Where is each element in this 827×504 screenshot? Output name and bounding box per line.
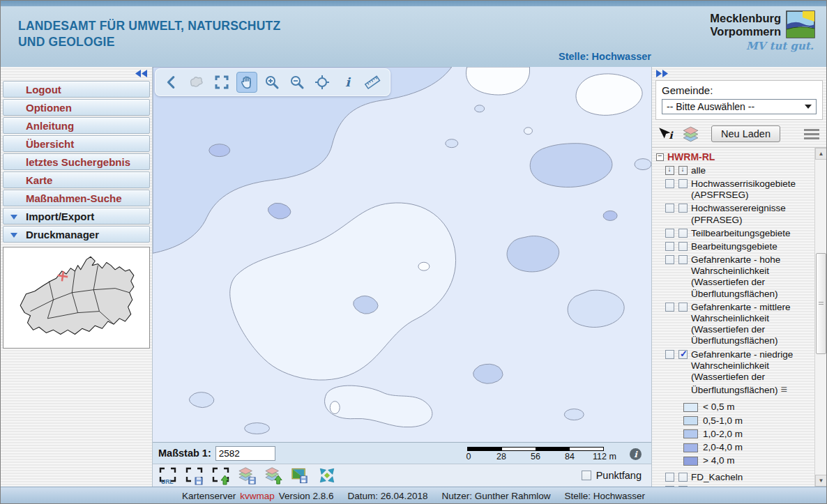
sidebar-item-logout[interactable]: Logout — [3, 81, 150, 98]
page-title: LANDESAMT FÜR UMWELT, NATURSCHUTZ UND GE… — [18, 18, 559, 50]
save-image-icon[interactable] — [291, 466, 310, 485]
layer-query-checkbox[interactable] — [665, 303, 674, 312]
mv-logo-text: Mecklenburg Vorpommern — [710, 10, 781, 38]
load-layers-icon[interactable] — [264, 466, 283, 485]
layer-label[interactable]: Hochwasserereignisse (PFRASEG) — [691, 203, 813, 225]
layer-visible-checkbox[interactable] — [678, 255, 688, 264]
layer-menu-icon[interactable]: ≡ — [781, 383, 787, 395]
footer-date: Datum: 26.04.2018 — [348, 491, 428, 501]
footer-app-name: kvwmap — [240, 491, 275, 501]
svg-text:i: i — [669, 130, 674, 141]
sidebar-item-label: Logout — [26, 84, 61, 96]
layer-label[interactable]: Potentielle Überflutungsräume - Ereignis… — [691, 485, 813, 487]
sidebar-item-letztes-suchergebnis[interactable]: letztes Suchergebnis — [3, 153, 150, 170]
legend-row: > 4,0 m — [683, 455, 813, 466]
punktfang-control: Punktfang — [582, 470, 642, 481]
layer-visible-checkbox[interactable] — [678, 179, 688, 188]
layer-query-checkbox[interactable] — [665, 229, 674, 238]
sidebar-item-massnahmen-suche[interactable]: Maßnahmen-Suche — [3, 190, 150, 206]
load-extent-icon[interactable] — [211, 466, 230, 485]
legend-row: 2,0-4,0 m — [683, 442, 813, 453]
save-extent-icon[interactable] — [185, 466, 204, 485]
tree-item: Gefahrenkarte - hohe Wahrscheinlichkeit … — [656, 254, 813, 300]
sidebar-item-anleitung[interactable]: Anleitung — [3, 117, 150, 134]
recenter-icon[interactable] — [312, 72, 333, 93]
map-actions-row: URL — [153, 464, 651, 487]
punktfang-label: Punktfang — [596, 470, 642, 481]
sidebar-item-import-export[interactable]: Import/Export — [3, 208, 150, 224]
all-on-icon[interactable] — [678, 166, 688, 175]
scalebar-info-icon[interactable]: i — [630, 448, 642, 460]
back-icon[interactable] — [161, 72, 182, 93]
layer-label[interactable]: Teilbearbeitungsgebiete — [691, 228, 813, 239]
layer-tree: HWRM-RL alle Hochwasserrisikogebiete (AP… — [652, 148, 814, 487]
scroll-up-icon[interactable]: ▲ — [815, 148, 826, 160]
scrollbar-thumb[interactable] — [816, 253, 826, 355]
sidebar-item-karte[interactable]: Karte — [3, 171, 150, 188]
layer-query-checkbox[interactable] — [665, 473, 674, 482]
zoom-extent-icon[interactable] — [317, 466, 336, 485]
layer-visible-checkbox[interactable] — [678, 242, 688, 251]
all-on-icon[interactable] — [665, 166, 674, 175]
sidebar-item-uebersicht[interactable]: Übersicht — [3, 135, 150, 152]
save-layers-icon[interactable] — [238, 466, 257, 485]
scroll-down-icon[interactable]: ▼ — [815, 475, 826, 487]
map-image — [153, 67, 651, 441]
collapse-sidebar-icon[interactable] — [135, 70, 148, 77]
layer-label[interactable]: Gefahrenkarte - hohe Wahrscheinlichkeit … — [691, 254, 813, 300]
layer-visible-checkbox[interactable] — [678, 486, 688, 487]
tree-item: FD_Kacheln — [656, 472, 813, 483]
sidebar-item-optionen[interactable]: Optionen — [3, 99, 150, 116]
panel-menu-icon[interactable] — [804, 129, 819, 139]
stelle-label: Stelle: Hochwasser — [559, 51, 651, 62]
layers-icon[interactable] — [682, 126, 699, 142]
layer-query-checkbox[interactable] — [665, 179, 674, 188]
sidebar-item-label: Maßnahmen-Suche — [26, 192, 122, 204]
tree-item: Hochwasserereignisse (PFRASEG) — [656, 203, 813, 225]
scale-input[interactable] — [215, 446, 275, 461]
overview-map-image — [6, 250, 147, 346]
measure-icon[interactable] — [362, 72, 383, 93]
layer-label[interactable]: alle — [691, 165, 813, 176]
neu-laden-button[interactable]: Neu Laden — [711, 125, 780, 142]
collapse-group-icon[interactable] — [656, 153, 664, 161]
select-info-icon[interactable]: i — [658, 127, 676, 141]
layer-visible-checkbox[interactable] — [678, 204, 688, 213]
tree-item-alle: alle — [656, 165, 813, 176]
expand-panel-icon[interactable] — [655, 70, 668, 77]
tree-scrollbar[interactable]: ▲ ▼ — [814, 148, 826, 487]
layer-label[interactable]: FD_Kacheln — [691, 472, 813, 483]
legend-swatch — [683, 403, 698, 412]
zoom-in-icon[interactable] — [261, 72, 282, 93]
zoom-out-icon[interactable] — [287, 72, 308, 93]
layer-query-checkbox[interactable] — [665, 486, 674, 487]
gemeinde-select[interactable]: -- Bitte Auswählen -- — [662, 99, 817, 114]
layer-label[interactable]: Gefahrenkarte - niedrige Wahrscheinlichk… — [691, 349, 813, 397]
chevron-down-icon — [10, 215, 17, 220]
footer-prefix: Kartenserver — [182, 491, 236, 501]
layer-visible-checkbox[interactable] — [678, 303, 688, 312]
full-extent-icon[interactable] — [211, 72, 232, 93]
layer-query-checkbox[interactable] — [665, 204, 674, 213]
url-extent-icon[interactable]: URL — [158, 466, 177, 485]
layer-visible-checkbox[interactable] — [678, 473, 688, 482]
info-icon[interactable]: i — [337, 72, 358, 93]
punktfang-checkbox[interactable] — [582, 471, 591, 480]
layer-label[interactable]: Hochwasserrisikogebiete (APSFRSEG) — [691, 178, 813, 201]
layer-label[interactable]: Bearbeitungsgebiete — [691, 241, 813, 252]
tree-group-hwrm-rl[interactable]: HWRM-RL — [656, 151, 813, 163]
mv-logo: Mecklenburg Vorpommern MV tut gut. — [683, 1, 826, 67]
hand-pan-icon[interactable] — [236, 72, 257, 93]
sidebar-item-label: letztes Suchergebnis — [26, 156, 130, 168]
sidebar-item-druckmanager[interactable]: Druckmanager — [3, 226, 150, 243]
map-viewport[interactable]: i — [153, 67, 651, 442]
layer-label[interactable]: Gefahrenkarte - mittlere Wahrscheinlichk… — [691, 302, 813, 347]
layer-query-checkbox[interactable] — [665, 255, 674, 264]
gemeinde-label: Gemeinde: — [662, 84, 817, 96]
layer-visible-checkbox[interactable] — [678, 229, 688, 238]
mv-logo-image — [786, 10, 815, 38]
layer-query-checkbox[interactable] — [665, 350, 674, 359]
overview-map[interactable] — [3, 247, 150, 349]
layer-query-checkbox[interactable] — [665, 242, 674, 251]
layer-visible-checkbox[interactable] — [678, 350, 688, 359]
